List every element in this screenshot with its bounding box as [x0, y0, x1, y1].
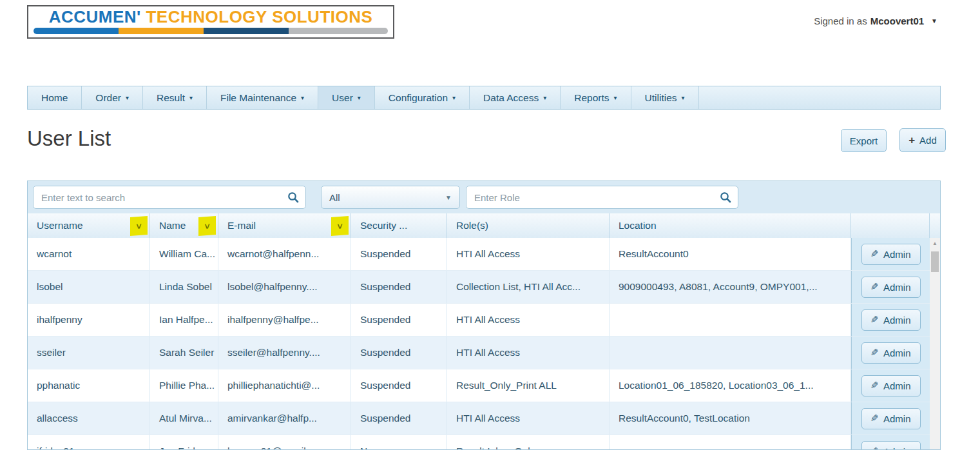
sort-caret-username[interactable]: ˅ — [130, 216, 148, 236]
nav-label: Configuration — [389, 92, 448, 104]
column-header-roles[interactable]: Role(s) — [447, 213, 610, 238]
logo-text: ACCUMEN' TECHNOLOGY SOLUTIONS — [34, 9, 388, 24]
logo-bar-segment-orange — [119, 28, 204, 34]
cell-username: sseiler — [28, 337, 150, 369]
account-menu[interactable]: Signed in as Mcoovert01 ▼ — [814, 15, 937, 26]
cell-username: jfriday01 — [28, 435, 150, 450]
plus-icon: + — [908, 134, 915, 147]
pencil-icon: ✎ — [870, 281, 879, 293]
nav-item-order[interactable]: Order ▾ — [82, 86, 143, 109]
add-button[interactable]: + Add — [899, 128, 946, 152]
sort-caret-icon: ˅ — [136, 220, 141, 231]
logo-bar-segment-blue — [34, 28, 119, 34]
cell-actions: ✎ Admin — [851, 238, 930, 270]
cell-location — [610, 304, 851, 336]
search-icon[interactable] — [287, 191, 300, 206]
scroll-up-arrow-icon[interactable]: ▲ — [930, 238, 940, 248]
logo-brand: ACCUMEN' — [49, 7, 141, 26]
account-caret-down-icon: ▼ — [931, 17, 937, 24]
cell-location — [610, 435, 851, 450]
cell-username: pphanatic — [28, 369, 150, 402]
sort-caret-icon: ˅ — [204, 220, 209, 231]
column-header-spacer — [930, 213, 940, 238]
column-header-label: Name — [159, 220, 186, 231]
table-row: sseiler Sarah Seiler sseiler@halfpenny..… — [28, 337, 940, 369]
cell-email: sseiler@halfpenny.... — [218, 337, 351, 369]
signed-in-username: Mcoovert01 — [870, 15, 924, 26]
column-header-location[interactable]: Location — [610, 213, 851, 238]
vertical-scrollbar[interactable]: ▲ — [930, 238, 940, 450]
nav-item-file-maintenance[interactable]: File Maintenance ▾ — [207, 86, 318, 109]
cell-username: ihalfpenny — [28, 304, 150, 336]
caret-down-icon: ▾ — [189, 94, 193, 101]
admin-button[interactable]: ✎ Admin — [861, 375, 921, 396]
column-header-actions — [851, 213, 930, 238]
export-button[interactable]: Export — [841, 129, 887, 152]
table-row: wcarnot William Ca... wcarnot@halfpenn..… — [28, 238, 940, 271]
table-row: allaccess Atul Mirva... amirvankar@halfp… — [28, 402, 940, 435]
sort-caret-email[interactable]: ˅ — [331, 216, 349, 236]
search-input[interactable] — [33, 186, 306, 209]
admin-button-label: Admin — [883, 413, 911, 424]
nav-item-user[interactable]: User ▾ — [318, 86, 375, 109]
sort-caret-icon: ˅ — [337, 220, 342, 231]
admin-button[interactable]: ✎ Admin — [861, 244, 921, 265]
cell-roles: HTI All Access — [447, 402, 610, 435]
export-button-label: Export — [850, 135, 878, 146]
cell-email: amirvankar@halfp... — [218, 402, 351, 435]
caret-down-icon: ▾ — [358, 94, 361, 101]
role-search-input[interactable] — [466, 186, 738, 209]
cell-location: 9009000493, A8081, Account9, OMPY001,... — [610, 271, 851, 303]
pencil-icon: ✎ — [870, 413, 879, 424]
column-header-label: Location — [619, 220, 657, 231]
nav-item-data-access[interactable]: Data Access ▾ — [470, 86, 561, 109]
pencil-icon: ✎ — [870, 445, 879, 450]
admin-button[interactable]: ✎ Admin — [861, 441, 921, 450]
nav-item-result[interactable]: Result ▾ — [143, 86, 207, 109]
filter-bar: All ▼ — [28, 181, 940, 213]
admin-button[interactable]: ✎ Admin — [861, 408, 921, 429]
company-logo: ACCUMEN' TECHNOLOGY SOLUTIONS — [27, 5, 394, 39]
nav-item-home[interactable]: Home — [28, 86, 82, 109]
nav-label: Home — [41, 92, 68, 104]
column-header-username[interactable]: Username ˅ — [28, 213, 150, 238]
column-header-name[interactable]: Name ˅ — [150, 213, 218, 238]
cell-email: ihalfpenny@halfpe... — [218, 304, 351, 336]
user-list-grid: All ▼ Username ˅ Name ˅ — [27, 181, 941, 450]
admin-button[interactable]: ✎ Admin — [861, 309, 921, 331]
cell-username: allaccess — [28, 402, 150, 435]
table-row: pphanatic Phillie Pha... philliephanatic… — [28, 369, 940, 402]
cell-name: Atul Mirva... — [150, 402, 218, 435]
admin-button-label: Admin — [883, 282, 911, 293]
cell-name: Linda Sobel — [150, 271, 218, 303]
cell-name: Sarah Seiler — [150, 337, 218, 369]
scrollbar-thumb[interactable] — [931, 251, 939, 272]
cell-security: Suspended — [351, 304, 447, 336]
role-search-icon[interactable] — [719, 191, 732, 206]
caret-down-icon: ▾ — [682, 94, 685, 101]
admin-button[interactable]: ✎ Admin — [861, 277, 921, 298]
nav-label: Result — [157, 92, 185, 104]
caret-down-icon: ▾ — [301, 94, 304, 101]
column-header-label: Role(s) — [456, 220, 488, 231]
admin-button[interactable]: ✎ Admin — [861, 342, 921, 364]
cell-actions: ✎ Admin — [851, 369, 930, 402]
cell-security: Suspended — [351, 238, 447, 270]
add-button-label: Add — [919, 135, 937, 146]
sort-caret-name[interactable]: ˅ — [198, 216, 216, 236]
column-header-email[interactable]: E-mail ˅ — [218, 213, 351, 238]
cell-roles: HTI All Access — [447, 238, 610, 270]
nav-item-reports[interactable]: Reports ▾ — [561, 86, 631, 109]
column-filter-select[interactable]: All ▼ — [321, 186, 460, 209]
column-filter-value: All — [329, 192, 340, 203]
column-header-label: E-mail — [227, 220, 256, 231]
cell-location: ResultAccount0, TestLocation — [610, 402, 851, 435]
cell-email: lsobel@halfpenny.... — [218, 271, 351, 303]
page-title: User List — [27, 126, 111, 151]
column-header-security[interactable]: Security ... — [351, 213, 447, 238]
admin-button-label: Admin — [883, 347, 911, 358]
nav-item-configuration[interactable]: Configuration ▾ — [375, 86, 470, 109]
nav-item-utilities[interactable]: Utilities ▾ — [631, 86, 699, 109]
role-field-wrap — [466, 186, 738, 209]
logo-bar-segment-gray — [289, 28, 388, 34]
